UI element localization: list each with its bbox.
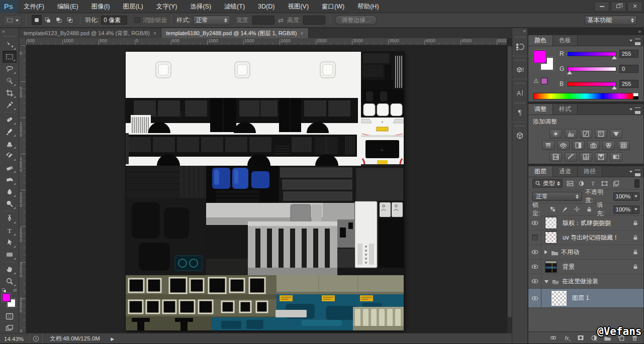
tab-color[interactable]: 颜色 — [528, 35, 553, 46]
tab-adjustments[interactable]: 调整 — [528, 104, 553, 114]
healing-brush-tool[interactable] — [3, 113, 17, 126]
menu-item-help[interactable]: 帮助(H) — [351, 0, 385, 13]
layer-thumbnail[interactable] — [545, 217, 557, 229]
gamut-warning-icon[interactable]: ⚠ — [533, 77, 539, 84]
tool-preset-picker[interactable] — [3, 15, 22, 26]
vertical-ruler[interactable]: 05 0 01 0 0 01 5 0 02 0 0 02 5 0 03 0 0 … — [19, 45, 26, 333]
adjustment-channel-mixer-button[interactable] — [602, 141, 615, 150]
document-image[interactable] — [126, 52, 404, 330]
layer-row-uv-note[interactable]: uv 导出时记得隐藏！ — [528, 231, 643, 245]
layer-visibility-toggle[interactable] — [528, 274, 541, 288]
green-slider[interactable] — [568, 67, 616, 71]
menu-item-select[interactable]: 选择(S) — [183, 0, 218, 13]
canvas[interactable] — [26, 45, 507, 333]
refine-edge-button[interactable]: 调整边缘... — [335, 15, 377, 25]
new-adjustment-button[interactable] — [590, 334, 598, 341]
properties-panel-icon[interactable] — [513, 63, 526, 76]
marquee-tool[interactable] — [3, 51, 17, 63]
lasso-tool[interactable] — [3, 63, 17, 75]
eraser-tool[interactable] — [3, 162, 17, 174]
layer-name[interactable]: 背景 — [563, 263, 575, 271]
character-panel-icon[interactable]: A — [513, 86, 526, 99]
zoom-tool[interactable] — [3, 275, 17, 287]
expand-group-icon[interactable] — [544, 250, 547, 254]
menu-item-view[interactable]: 视图(V) — [281, 0, 315, 13]
document-tab-1[interactable]: template6123_By2488.psd @ 14.4% (背景, RGB… — [19, 28, 161, 38]
adjustment-filter-icon[interactable] — [577, 180, 586, 187]
lock-position-button[interactable] — [573, 206, 581, 213]
green-value-field[interactable]: 0 — [619, 65, 638, 73]
adjustment-threshold-button[interactable] — [580, 152, 592, 162]
gradient-tool[interactable] — [3, 174, 17, 186]
intersect-selection-button[interactable] — [65, 15, 75, 25]
layer-name[interactable]: uv 导出时记得隐藏！ — [563, 234, 619, 242]
history-panel-icon[interactable] — [513, 40, 526, 53]
close-button[interactable]: ✕ — [627, 2, 642, 12]
blue-value-field[interactable]: 255 — [619, 80, 638, 88]
adjustment-brightness-contrast-button[interactable] — [549, 129, 562, 139]
quick-mask-button[interactable] — [3, 311, 17, 321]
layer-row-do-not-touch[interactable]: 不用动 — [528, 245, 643, 260]
collapse-dock-icon[interactable]: » — [528, 28, 644, 35]
red-value-field[interactable]: 255 — [619, 50, 638, 58]
menu-item-file[interactable]: 文件(F) — [17, 0, 51, 13]
horizontal-ruler[interactable]: 5001000500050010001500200025003000350040… — [26, 38, 507, 45]
foreground-color-swatch[interactable] — [533, 50, 546, 63]
adjustment-invert-button[interactable] — [549, 152, 562, 162]
collapse-group-icon[interactable] — [544, 280, 548, 283]
panel-grip[interactable] — [515, 37, 525, 38]
shape-tool[interactable] — [3, 249, 17, 261]
tab-layers[interactable]: 图层 — [528, 166, 553, 177]
ruler-corner[interactable] — [19, 38, 26, 45]
close-tab-icon[interactable]: × — [300, 30, 303, 36]
foreground-color-swatch[interactable] — [2, 293, 11, 302]
layer-thumbnail[interactable] — [545, 232, 557, 244]
expand-dock-icon[interactable]: « — [523, 28, 527, 35]
menu-item-window[interactable]: 窗口(W) — [315, 0, 351, 13]
adjustment-curves-button[interactable] — [580, 129, 592, 139]
layer-visibility-toggle[interactable] — [528, 260, 541, 274]
lock-all-button[interactable] — [585, 206, 593, 213]
paragraph-panel-icon[interactable]: ¶ — [513, 106, 526, 119]
crop-tool[interactable] — [3, 87, 17, 99]
minimize-button[interactable] — [594, 2, 609, 12]
layer-name[interactable]: 不用动 — [561, 248, 579, 257]
panel-grip[interactable] — [515, 83, 525, 84]
menu-item-3d[interactable]: 3D(D) — [251, 0, 281, 13]
filter-toggle-switch[interactable] — [634, 179, 639, 188]
move-tool[interactable] — [3, 39, 17, 51]
layer-name[interactable]: 在这里做涂装 — [562, 277, 598, 286]
adjustment-color-lookup-button[interactable] — [617, 141, 630, 150]
menu-item-image[interactable]: 图像(I) — [85, 0, 117, 13]
layer-thumbnail[interactable] — [545, 261, 557, 273]
layer-style-fx-button[interactable]: fx — [563, 334, 571, 342]
width-input[interactable] — [252, 16, 274, 25]
red-slider[interactable] — [568, 52, 616, 56]
type-tool[interactable]: T — [3, 224, 17, 237]
layer-row-layer-1[interactable]: 图层 1 — [528, 289, 643, 308]
screen-mode-button[interactable] — [3, 322, 17, 333]
zoom-level-field[interactable]: 14.43% — [0, 336, 29, 342]
menu-item-filter[interactable]: 滤镜(T) — [218, 0, 251, 13]
panel-grip[interactable] — [515, 102, 525, 103]
tab-swatches[interactable]: 色板 — [553, 35, 578, 46]
pixel-filter-icon[interactable] — [566, 180, 574, 187]
layer-visibility-toggle[interactable] — [528, 289, 541, 307]
panel-menu-button[interactable] — [629, 166, 643, 177]
layer-mask-button[interactable] — [577, 334, 585, 341]
web-color-swatch[interactable] — [541, 78, 547, 84]
type-filter-icon[interactable]: T — [589, 180, 597, 187]
menu-item-edit[interactable]: 编辑(E) — [51, 0, 85, 13]
adjustment-gradient-map-button[interactable] — [610, 152, 622, 162]
lock-pixels-button[interactable] — [561, 206, 569, 213]
blur-tool[interactable] — [3, 186, 17, 198]
fill-field[interactable]: 100% — [613, 205, 639, 214]
path-select-tool[interactable] — [3, 237, 17, 249]
hand-tool[interactable] — [3, 263, 17, 275]
dodge-tool[interactable] — [3, 198, 17, 210]
layer-visibility-toggle[interactable] — [528, 245, 541, 259]
workspace-select[interactable]: 基本功能 — [585, 16, 637, 25]
3d-panel-icon[interactable] — [513, 129, 526, 142]
scrollbar-thumb[interactable] — [508, 46, 512, 317]
adjustment-selective-color-button[interactable] — [595, 152, 607, 162]
